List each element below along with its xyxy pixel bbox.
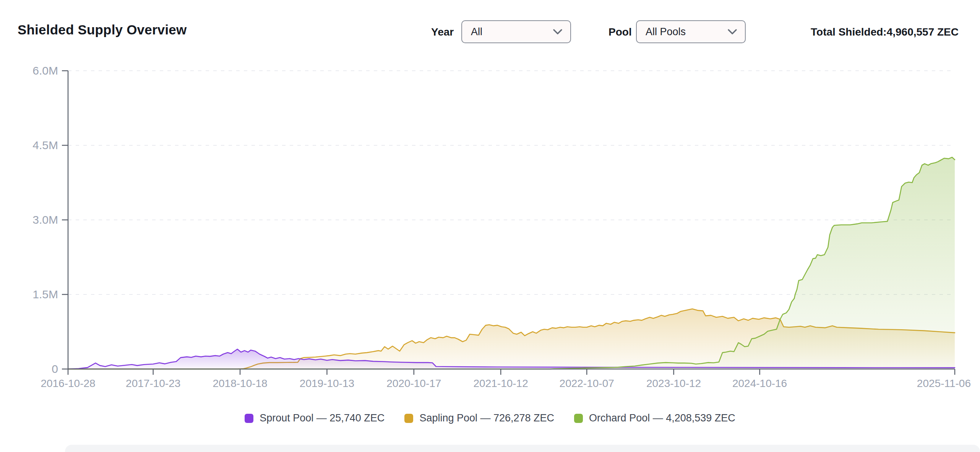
legend-swatch-sprout-pool bbox=[245, 414, 253, 423]
x-tick-label: 2018-10-18 bbox=[213, 377, 267, 389]
x-tick-label: 2025-11-06 bbox=[917, 377, 971, 389]
legend-swatch-orchard-pool bbox=[574, 414, 583, 423]
x-tick-label: 2020-10-17 bbox=[386, 377, 441, 389]
y-tick-label: 0 bbox=[52, 363, 58, 375]
x-tick-label: 2024-10-16 bbox=[732, 377, 787, 389]
x-tick-label: 2022-10-07 bbox=[560, 377, 614, 389]
legend-swatch-sapling-pool bbox=[404, 414, 413, 423]
y-tick-label: 6.0M bbox=[32, 64, 58, 77]
chart-legend: Sprout Pool — 25,740 ZECSapling Pool — 7… bbox=[0, 412, 980, 424]
shielded-supply-card: Shielded Supply Overview Year All Pool A… bbox=[0, 0, 980, 452]
x-tick-label: 2017-10-23 bbox=[126, 377, 180, 389]
x-tick-label: 2019-10-13 bbox=[300, 377, 354, 389]
legend-item-sprout-pool[interactable]: Sprout Pool — 25,740 ZEC bbox=[245, 412, 385, 424]
next-section-top bbox=[65, 445, 980, 452]
y-tick-label: 1.5M bbox=[32, 288, 58, 301]
x-tick-label: 2023-10-12 bbox=[646, 377, 701, 389]
legend-label-sapling-pool: Sapling Pool — 726,278 ZEC bbox=[419, 412, 554, 424]
legend-item-orchard-pool[interactable]: Orchard Pool — 4,208,539 ZEC bbox=[574, 412, 735, 424]
legend-item-sapling-pool[interactable]: Sapling Pool — 726,278 ZEC bbox=[404, 412, 554, 424]
x-tick-label: 2021-10-12 bbox=[474, 377, 528, 389]
y-tick-label: 4.5M bbox=[32, 139, 58, 151]
legend-label-orchard-pool: Orchard Pool — 4,208,539 ZEC bbox=[589, 412, 735, 424]
x-tick-label: 2016-10-28 bbox=[41, 377, 95, 389]
legend-label-sprout-pool: Sprout Pool — 25,740 ZEC bbox=[260, 412, 385, 424]
y-tick-label: 3.0M bbox=[32, 213, 58, 226]
supply-area-chart[interactable]: 01.5M3.0M4.5M6.0M2016-10-282017-10-23201… bbox=[0, 0, 980, 452]
